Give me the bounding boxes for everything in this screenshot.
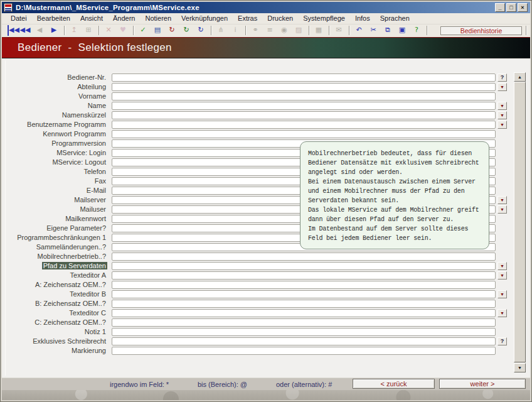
field-dropdown-button-texteditor-c[interactable]: ▼ [497,309,507,317]
maximize-button[interactable]: □ [506,3,516,12]
info-icon: i [230,25,241,36]
field-help-button-bediener-nr[interactable]: ? [497,73,507,82]
field-dropdown-button-texteditor-a[interactable]: ▼ [497,271,507,280]
field-input-benutzername-programm[interactable] [112,121,496,129]
refresh-green-icon[interactable]: ↻ [181,25,192,36]
menu-item-sprachen[interactable]: Sprachen [375,13,415,24]
field-label-text-texteditor-a: Texteditor A [69,271,107,279]
scrollbar-up-button[interactable]: ▲ [514,72,526,82]
undo-icon[interactable]: ↶ [353,25,364,36]
nav-first-icon[interactable]: ◀◀ [8,25,16,36]
field-dropdown-button-namenskürzel[interactable]: ▼ [497,111,507,119]
field-help-button-exklusives-schreibrecht[interactable]: ? [497,337,507,345]
field-dropdown-button-mailserver[interactable]: ▼ [497,196,507,204]
window-title: D:\Mustermann\_MService_Programm\MServic… [16,4,200,11]
next-button[interactable]: weiter > [439,379,526,389]
toolbar-separator [133,26,134,35]
field-dropdown-button-mailuser[interactable]: ▼ [497,205,507,214]
field-label-exklusives-schreibrecht: Exklusives Schreibrecht [2,337,107,345]
page-header: Bediener - Selektion festlegen [2,37,530,58]
field-dropdown-button-benutzername-programm[interactable]: ▼ [497,121,507,129]
bedienhistorie-button[interactable]: Bedienhistorie [440,26,522,35]
field-dropdown-button-abteilung[interactable]: ▼ [497,83,507,91]
nav-prev-fast-icon[interactable]: ◀◀ [19,25,31,36]
field-input-abteilung[interactable] [112,83,496,91]
menu-item-infos[interactable]: Infos [350,13,375,24]
vertical-scrollbar[interactable]: ▲ ▼ [514,72,526,372]
back-button[interactable]: < zurück [353,379,435,389]
field-label-mailuser: Mailuser [2,205,107,214]
field-label-text-texteditor-b: Texteditor B [68,290,107,298]
menu-item-ansicht[interactable]: Ansicht [75,13,108,24]
field-input-name[interactable] [112,102,496,110]
field-label-c-zeichensatz-oem: C: Zeichensatz OEM..? [2,318,107,327]
scrollbar-down-button[interactable]: ▼ [514,363,526,372]
menu-item-ändern[interactable]: Ändern [108,13,140,24]
field-label-mservice-logout: MService: Logout [2,158,107,166]
copy-icon[interactable]: ⧉ [382,25,393,36]
menu-item-extras[interactable]: Extras [233,13,262,24]
field-label-fax: Fax [2,177,107,185]
field-input-a-zeichensatz-oem[interactable] [112,281,496,289]
cut-scissors-icon[interactable]: ✂ [368,25,379,36]
field-label-text-eigene-parameter: Eigene Parameter? [45,224,107,232]
field-label-vorname: Vorname [2,92,107,100]
menu-item-bearbeiten[interactable]: Bearbeiten [32,13,75,24]
field-input-notiz-1[interactable] [112,328,496,336]
field-dropdown-button-texteditor-b[interactable]: ▼ [497,290,507,298]
nav-next-icon[interactable]: ▶ [48,25,60,36]
field-input-texteditor-c[interactable] [112,309,496,317]
field-input-mobilrechnerbetrieb[interactable] [112,253,496,261]
field-label-pfad-zu-serverdaten: Pfad zu Serverdaten [2,262,107,270]
field-input-texteditor-b[interactable] [112,290,496,298]
mobilrechner-tooltip: Mobilrechnerbetrieb bedeutet, dass für d… [300,141,489,249]
toolbar-separator [211,26,212,35]
field-label-text-a-zeichensatz-oem: A: Zeichensatz OEM..? [34,281,107,288]
minimize-button[interactable]: _ [495,3,505,12]
refresh-blue-icon[interactable]: ↻ [195,25,206,36]
title-bar: D:\Mustermann\_MService_Programm\MServic… [2,2,530,13]
field-label-a-zeichensatz-oem: A: Zeichensatz OEM..? [2,281,107,289]
field-input-vorname[interactable] [112,92,496,100]
hint-alternative: oder (alternativ): # [276,381,332,388]
menu-item-drucken[interactable]: Drucken [262,13,298,24]
paste-icon[interactable]: ▣ [396,25,408,36]
field-label-notiz-1: Notiz 1 [2,328,107,336]
field-input-namenskürzel[interactable] [112,111,496,119]
toolbar-separator [64,26,65,35]
refresh-red-icon[interactable]: ↻ [166,25,178,36]
field-input-exklusives-schreibrecht[interactable] [112,337,496,345]
field-label-text-pfad-zu-serverdaten: Pfad zu Serverdaten [42,262,107,269]
field-dropdown-button-name[interactable]: ▼ [497,102,507,110]
form-view-icon[interactable]: ▤ [152,25,163,36]
field-label-text-bediener-nr: Bediener-Nr. [66,73,107,81]
tooltip-text: Mobilrechnerbetrieb bedeutet, dass für d… [308,149,484,243]
confirm-check-icon[interactable]: ✓ [137,25,149,36]
eye-preview-icon: ◉ [279,25,290,36]
field-label-texteditor-c: Texteditor C [2,309,107,317]
field-input-c-zeichensatz-oem[interactable] [112,318,496,327]
field-label-benutzername-programm: Benutzername Programm [2,121,107,129]
field-input-b-zeichensatz-oem[interactable] [112,300,496,308]
field-label-text-fax: Fax [93,177,107,185]
field-label-kennwort-programm: Kennwort Programm [2,130,107,138]
field-input-kennwort-programm[interactable] [112,130,496,138]
field-input-pfad-zu-serverdaten[interactable] [112,262,496,270]
hint-anywhere-in-field: irgendwo im Feld: * [110,381,169,388]
scrollbar-thumb[interactable] [514,82,526,362]
field-label-text-name: Name [87,102,107,109]
help-icon[interactable]: ? [411,25,422,36]
field-dropdown-button-pfad-zu-serverdaten[interactable]: ▼ [497,262,507,270]
field-label-text-b-zeichensatz-oem: B: Zeichensatz OEM..? [34,300,107,307]
field-input-bediener-nr[interactable] [112,73,496,82]
nav-prev-icon: ◀ [34,25,45,36]
close-button[interactable]: × [518,3,528,12]
menu-item-systempflege[interactable]: Systempflege [298,13,350,24]
menu-item-verknüpfungen[interactable]: Verknüpfungen [176,13,233,24]
printer-icon: ▦ [313,25,324,36]
field-input-texteditor-a[interactable] [112,271,496,280]
import-icon: ↥ [68,25,80,36]
field-input-markierung[interactable] [112,347,496,355]
menu-item-notieren[interactable]: Notieren [140,13,176,24]
menu-item-datei[interactable]: Datei [6,13,32,24]
